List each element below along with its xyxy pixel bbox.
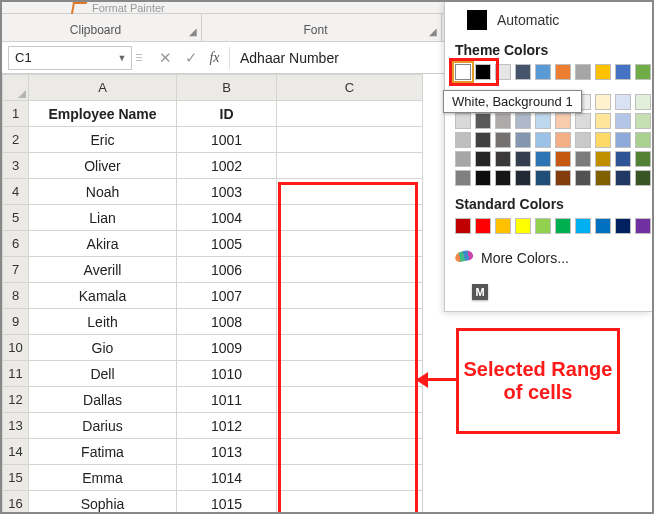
row-header[interactable]: 10 (3, 335, 29, 361)
color-swatch[interactable] (635, 170, 651, 186)
col-header[interactable]: B (177, 75, 277, 101)
cell[interactable] (277, 127, 423, 153)
color-swatch[interactable] (555, 113, 571, 129)
cell[interactable] (277, 153, 423, 179)
color-swatch[interactable] (455, 64, 471, 80)
color-swatch[interactable] (455, 132, 471, 148)
row-header[interactable]: 5 (3, 205, 29, 231)
col-header[interactable]: C (277, 75, 423, 101)
cell[interactable]: Akira (29, 231, 177, 257)
name-box[interactable]: C1 ▼ (8, 46, 132, 70)
cell[interactable]: Darius (29, 413, 177, 439)
color-swatch[interactable] (615, 94, 631, 110)
color-swatch[interactable] (635, 132, 651, 148)
color-swatch[interactable] (455, 113, 471, 129)
color-swatch[interactable] (535, 151, 551, 167)
color-swatch[interactable] (555, 64, 571, 80)
cell[interactable] (277, 387, 423, 413)
row-header[interactable]: 4 (3, 179, 29, 205)
cell[interactable]: 1011 (177, 387, 277, 413)
color-swatch[interactable] (515, 151, 531, 167)
cell[interactable]: 1015 (177, 491, 277, 515)
cell[interactable]: 1010 (177, 361, 277, 387)
cell[interactable]: Leith (29, 309, 177, 335)
cell[interactable]: 1014 (177, 465, 277, 491)
cell[interactable]: 1003 (177, 179, 277, 205)
cell[interactable] (277, 205, 423, 231)
cell[interactable]: ID (177, 101, 277, 127)
row-header[interactable]: 9 (3, 309, 29, 335)
cell[interactable]: Noah (29, 179, 177, 205)
color-swatch[interactable] (535, 218, 551, 234)
cell[interactable]: 1001 (177, 127, 277, 153)
color-swatch[interactable] (635, 113, 651, 129)
row-header[interactable]: 2 (3, 127, 29, 153)
color-swatch[interactable] (535, 64, 551, 80)
cell[interactable]: 1013 (177, 439, 277, 465)
color-swatch[interactable] (535, 132, 551, 148)
color-swatch[interactable] (575, 151, 591, 167)
row-header[interactable]: 15 (3, 465, 29, 491)
row-header[interactable]: 8 (3, 283, 29, 309)
cancel-formula-button[interactable]: ✕ (152, 47, 178, 69)
cell[interactable] (277, 491, 423, 515)
dialog-launcher-icon[interactable]: ◢ (189, 24, 201, 37)
cell[interactable]: 1012 (177, 413, 277, 439)
cell[interactable]: Gio (29, 335, 177, 361)
cell[interactable] (277, 231, 423, 257)
dialog-launcher-icon[interactable]: ◢ (429, 24, 441, 37)
color-swatch[interactable] (595, 151, 611, 167)
color-swatch[interactable] (515, 132, 531, 148)
row-header[interactable]: 16 (3, 491, 29, 515)
color-swatch[interactable] (535, 170, 551, 186)
color-swatch[interactable] (595, 170, 611, 186)
color-swatch[interactable] (575, 113, 591, 129)
cell[interactable]: Employee Name (29, 101, 177, 127)
cell[interactable]: 1002 (177, 153, 277, 179)
row-header[interactable]: 13 (3, 413, 29, 439)
color-swatch[interactable] (495, 64, 511, 80)
select-all-corner[interactable] (3, 75, 29, 101)
color-swatch[interactable] (495, 113, 511, 129)
row-header[interactable]: 12 (3, 387, 29, 413)
color-swatch[interactable] (575, 132, 591, 148)
color-swatch[interactable] (635, 218, 651, 234)
color-swatch[interactable] (455, 218, 471, 234)
color-swatch[interactable] (515, 64, 531, 80)
color-swatch[interactable] (555, 170, 571, 186)
cell[interactable]: Fatima (29, 439, 177, 465)
color-swatch[interactable] (615, 151, 631, 167)
color-swatch[interactable] (595, 94, 611, 110)
cell[interactable] (277, 257, 423, 283)
color-swatch[interactable] (455, 170, 471, 186)
color-swatch[interactable] (615, 218, 631, 234)
cell[interactable] (277, 335, 423, 361)
color-swatch[interactable] (635, 94, 651, 110)
color-swatch[interactable] (575, 170, 591, 186)
color-swatch[interactable] (475, 151, 491, 167)
cell[interactable]: Eric (29, 127, 177, 153)
color-swatch[interactable] (615, 170, 631, 186)
row-header[interactable]: 1 (3, 101, 29, 127)
cell[interactable] (277, 439, 423, 465)
color-swatch[interactable] (575, 64, 591, 80)
color-swatch[interactable] (615, 64, 631, 80)
color-swatch[interactable] (475, 64, 491, 80)
color-swatch[interactable] (635, 64, 651, 80)
color-swatch[interactable] (495, 170, 511, 186)
automatic-color-option[interactable]: Automatic (455, 8, 642, 40)
cell[interactable]: 1004 (177, 205, 277, 231)
color-swatch[interactable] (595, 132, 611, 148)
cell[interactable] (277, 101, 423, 127)
color-swatch[interactable] (555, 132, 571, 148)
color-swatch[interactable] (515, 170, 531, 186)
cell[interactable] (277, 465, 423, 491)
color-swatch[interactable] (535, 113, 551, 129)
color-swatch[interactable] (615, 132, 631, 148)
color-swatch[interactable] (495, 151, 511, 167)
insert-function-button[interactable]: fx (204, 47, 230, 69)
color-swatch[interactable] (475, 113, 491, 129)
cell[interactable]: Emma (29, 465, 177, 491)
row-header[interactable]: 6 (3, 231, 29, 257)
color-swatch[interactable] (595, 113, 611, 129)
